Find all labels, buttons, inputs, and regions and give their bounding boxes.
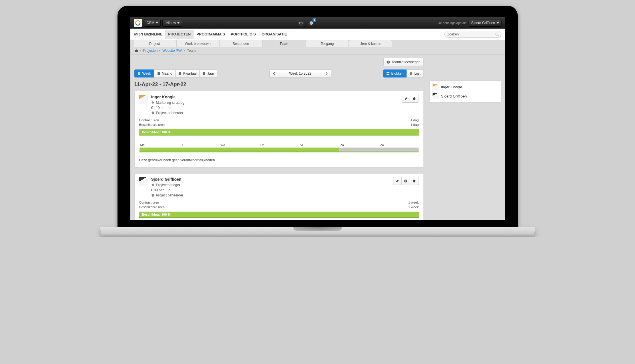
plus-circle-icon: [387, 60, 390, 64]
list-icon: [409, 72, 413, 75]
tasks-button[interactable]: 1: [308, 20, 314, 26]
member-card: Inger Koogie Marketing strateeg € 110 pe…: [134, 91, 424, 168]
trash-icon: [413, 97, 416, 100]
svg-rect-8: [387, 74, 388, 75]
kv-label: Beschikbare uren: [139, 205, 165, 209]
list-icon: [178, 72, 182, 75]
side-member-name: Inger Koogie: [441, 85, 462, 89]
view-toggle: Blokken Lijst: [383, 69, 423, 77]
workspace-dropdown[interactable]: OBM: [144, 19, 161, 27]
main-nav-item[interactable]: PROGRAMMA'S: [194, 30, 228, 39]
laptop-frame: OBM Nieuw 1 Je bent ingelo: [118, 6, 518, 237]
topbar: OBM Nieuw 1 Je bent ingelo: [130, 17, 505, 29]
view-list-button[interactable]: Lijst: [407, 69, 423, 77]
member-card: Sjoerd Griffioen Projectmanager € 90 per…: [134, 173, 424, 220]
date-range-heading: 11-Apr-22 - 17-Apr-22: [134, 81, 424, 87]
new-dropdown[interactable]: Nieuw: [162, 19, 182, 27]
notification-badge: 1: [312, 18, 316, 22]
granularity-maand[interactable]: Maand: [154, 69, 176, 77]
sub-tab[interactable]: Toegang: [306, 40, 349, 47]
period-label[interactable]: Week 15 2022: [279, 69, 322, 77]
granularity-week[interactable]: Week: [134, 69, 154, 77]
pencil-icon: [396, 179, 399, 183]
chevron-right-icon: [325, 72, 328, 75]
chevron-down-icon: [177, 22, 180, 24]
logo-icon: [135, 20, 141, 26]
member-side-list: Inger Koogie Sjoerd Griffioen: [429, 80, 501, 103]
member-name: Sjoerd Griffioen: [151, 177, 183, 182]
plus-circle-icon: [404, 179, 407, 183]
member-name: Inger Koogie: [151, 95, 184, 99]
card-edit-button[interactable]: [402, 95, 410, 103]
home-icon[interactable]: [134, 49, 138, 53]
svg-point-4: [495, 33, 498, 35]
main-nav-item[interactable]: PORTFOLIO'S: [228, 30, 259, 39]
shield-icon: [151, 194, 155, 197]
availability-bar: Beschikbaar 100 %: [139, 129, 419, 136]
breadcrumb-link[interactable]: Projecten: [143, 49, 158, 53]
kv-value: 1 week: [408, 205, 419, 209]
kv-value: 1 week: [408, 201, 419, 204]
granularity-toggle: WeekMaandKwartaalJaar: [134, 69, 217, 77]
add-member-button[interactable]: Teamlid toevoegen: [383, 58, 424, 66]
breadcrumb-link[interactable]: Website PVA: [162, 49, 182, 53]
availability-bar: Beschikbaar 100 %: [139, 212, 419, 218]
list-icon: [202, 72, 206, 75]
kv-value: 1 dag: [411, 118, 419, 122]
shield-icon: [151, 111, 155, 115]
user-menu[interactable]: Sjoerd Griffioen: [469, 19, 501, 27]
chevron-down-icon: [156, 22, 158, 24]
granularity-kwartaal[interactable]: Kwartaal: [176, 69, 200, 77]
card-delete-button[interactable]: [410, 177, 419, 185]
side-member-item[interactable]: Inger Koogie: [433, 82, 498, 92]
envelope-icon: [299, 21, 303, 25]
avatar: [139, 177, 148, 186]
member-role: Marketing strateeg: [156, 100, 184, 105]
sub-tab[interactable]: Project: [133, 40, 176, 47]
svg-rect-9: [388, 74, 389, 75]
kv-label: Contract uren: [139, 201, 159, 204]
grid-icon: [386, 72, 390, 75]
weekday-header: MaDiWoDoVrZaZo: [139, 142, 419, 148]
sub-tab[interactable]: Bestanden: [220, 40, 262, 47]
period-next-button[interactable]: [322, 69, 331, 77]
pencil-icon: [404, 97, 408, 100]
sub-tab[interactable]: Uren & kosten: [349, 40, 392, 47]
svg-rect-7: [388, 72, 389, 73]
period-prev-button[interactable]: [269, 69, 279, 77]
main-nav-item[interactable]: PROJECTEN: [165, 30, 194, 39]
avatar: [433, 93, 439, 99]
card-add-button[interactable]: [402, 177, 410, 185]
sub-tab[interactable]: Team: [263, 40, 306, 47]
period-navigator: Week 15 2022: [269, 69, 331, 77]
kv-label: Beschikbare uren: [139, 123, 165, 126]
tag-icon: [151, 183, 155, 187]
granularity-jaar[interactable]: Jaar: [200, 69, 217, 77]
inbox-button[interactable]: [298, 20, 304, 26]
kv-value: 1 dag: [411, 123, 419, 126]
card-edit-button[interactable]: [393, 177, 402, 185]
member-note: Deze gebruiker heeft geen verantwoordeli…: [139, 158, 419, 162]
sub-tab[interactable]: Work breakdown: [176, 40, 219, 47]
sub-tabs: ProjectWork breakdownBestandenTeamToegan…: [130, 40, 505, 47]
side-member-name: Sjoerd Griffioen: [441, 94, 467, 98]
breadcrumb-current: Team: [187, 49, 196, 53]
avatar: [139, 95, 148, 104]
chevron-down-icon: [497, 22, 499, 24]
main-nav-item[interactable]: MIJN BIZINLINE: [132, 30, 165, 39]
card-delete-button[interactable]: [410, 95, 419, 103]
login-text: Je bent ingelogd als: [438, 21, 466, 25]
list-icon: [157, 72, 160, 75]
app-logo[interactable]: [134, 19, 142, 27]
search-input[interactable]: [444, 31, 501, 38]
side-member-item[interactable]: Sjoerd Griffioen: [433, 92, 498, 101]
member-rate: € 90 per uur: [151, 188, 170, 193]
breadcrumb: ▸ Projecten ▸ Website PVA ▸ Team: [130, 47, 505, 55]
svg-rect-6: [387, 72, 388, 73]
view-blocks-button[interactable]: Blokken: [383, 69, 407, 77]
list-icon: [138, 72, 141, 75]
member-badge: Project beheerder: [156, 193, 183, 198]
member-badge: Project beheerder: [156, 110, 183, 116]
main-nav-item[interactable]: ORGANISATIE: [259, 30, 290, 39]
chevron-left-icon: [272, 72, 276, 75]
